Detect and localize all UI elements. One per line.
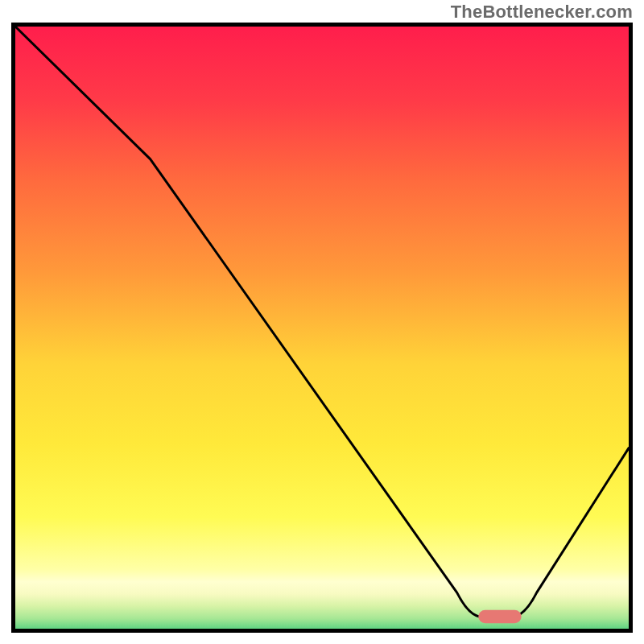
bottleneck-curve	[15, 27, 629, 617]
plot-area	[11, 23, 633, 633]
chart-container: TheBottlenecker.com	[0, 0, 644, 644]
optimal-marker	[478, 610, 521, 623]
attribution-text: TheBottlenecker.com	[451, 2, 633, 23]
curve-layer	[15, 27, 629, 629]
